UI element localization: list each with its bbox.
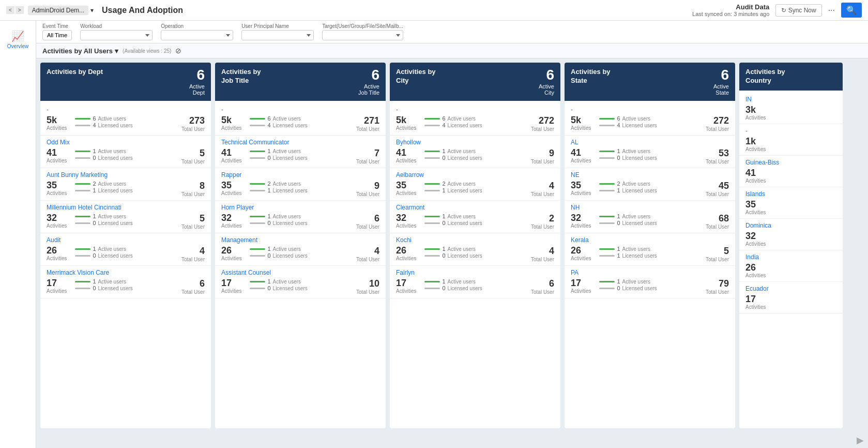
entry-name[interactable]: Audit	[47, 236, 205, 244]
entry-name[interactable]: Dominica	[745, 222, 836, 229]
event-time-button[interactable]: All Time	[42, 30, 72, 40]
activities-label: Activities	[396, 223, 416, 229]
filter-icon-button[interactable]: ⊘	[175, 47, 181, 55]
list-item: Horn Player 32 Activities 1 Active users…	[215, 201, 386, 233]
nav-arrows: < >	[6, 6, 24, 14]
licensed-user-row: 1 Licensed users	[250, 187, 348, 193]
stat-activities-num: 41	[745, 168, 766, 177]
users-block: 2 Active users 1 Licensed users	[599, 181, 697, 193]
activities-num: 41	[571, 148, 591, 157]
licensed-bar	[250, 125, 265, 126]
licensed-user-row: 1 Licensed users	[424, 187, 523, 193]
stat-block: 1k Activities	[745, 137, 766, 152]
total-num: 79	[706, 278, 729, 289]
active-bar	[424, 216, 440, 217]
entry-name[interactable]: Rapper	[221, 171, 379, 178]
more-button[interactable]: ···	[828, 6, 835, 15]
entry-name[interactable]: Millennium Hotel Cincinnati	[47, 204, 205, 211]
licensed-user-row: 0 Licensed users	[599, 155, 697, 161]
users-block: 1 Active users 0 Licensed users	[75, 213, 173, 226]
entry-name[interactable]: Merrimack Vision Care	[47, 269, 205, 276]
workload-group: Workload	[80, 23, 153, 40]
entry-name[interactable]: Odd Mix	[47, 139, 205, 146]
total-num: 7	[356, 148, 379, 159]
entry-name[interactable]: Assistant Counsel	[221, 269, 379, 276]
licensed-users-num: 4	[617, 122, 620, 128]
licensed-bar	[599, 288, 615, 289]
entry-name[interactable]: AL	[571, 139, 729, 146]
activities-block: 41 Activities	[396, 148, 416, 163]
entry-name[interactable]: Ecuador	[745, 285, 836, 292]
active-users-num: 1	[93, 278, 96, 285]
entry-name[interactable]: Aelbarrow	[396, 171, 554, 178]
entry-name[interactable]: Clearmont	[396, 204, 554, 211]
licensed-users-num: 0	[617, 285, 620, 291]
entry-name[interactable]: NH	[571, 204, 729, 211]
active-bar	[599, 183, 615, 185]
target-select[interactable]	[322, 30, 403, 40]
active-users-num: 1	[267, 278, 270, 285]
nav-next[interactable]: >	[16, 6, 24, 14]
card-title-city: Activities by City	[396, 68, 436, 85]
entry-name-dash: -	[221, 106, 379, 113]
active-users-label: Active users	[98, 214, 126, 219]
licensed-bar	[599, 222, 615, 224]
activities-block: 35 Activities	[396, 181, 416, 196]
operation-select[interactable]	[161, 30, 233, 40]
scrollbar-hint: ▶	[36, 432, 868, 448]
users-block: 2 Active users 1 Licensed users	[250, 181, 348, 193]
entry-name[interactable]: Fairlyn	[396, 269, 554, 276]
users-block: 1 Active users 0 Licensed users	[250, 246, 348, 259]
entry-name[interactable]: PA	[571, 269, 729, 276]
nav-prev[interactable]: <	[6, 6, 14, 14]
activities-num: 26	[396, 246, 416, 255]
licensed-users-num: 0	[442, 220, 445, 226]
licensed-users-label: Licensed users	[622, 188, 657, 193]
entry-name[interactable]: Guinea-Biss	[745, 159, 836, 166]
entry-name[interactable]: Byhollow	[396, 139, 554, 146]
card-body-dept: - 5k Activities 6 Active users 4 License…	[40, 101, 211, 428]
activities-block: 5k Activities	[571, 115, 591, 131]
activities-label: Activities	[47, 158, 67, 163]
search-button[interactable]: 🔍	[841, 3, 862, 18]
sidebar-overview[interactable]: 📈 Overview	[7, 26, 29, 53]
activities-num: 32	[396, 213, 416, 222]
entry-name[interactable]: NE	[571, 171, 729, 178]
activities-num: 17	[571, 278, 591, 288]
entry-name-dash: -	[396, 106, 554, 113]
entry-stats: 35 Activities 2 Active users 1 Licensed …	[47, 181, 205, 197]
entry-name[interactable]: Kochi	[396, 236, 554, 244]
breadcrumb-dropdown-icon[interactable]: ▾	[90, 7, 94, 14]
total-label: Total User	[706, 191, 729, 197]
card-header-state: Activities by State6Active State	[565, 63, 735, 101]
active-bar	[599, 248, 615, 250]
entry-name[interactable]: India	[745, 253, 836, 261]
workload-select[interactable]	[80, 30, 153, 40]
entry-name[interactable]: Technical Communicator	[221, 139, 379, 146]
view-selector[interactable]: Activities by All Users ▾	[42, 47, 118, 55]
active-user-row: 1 Active users	[424, 213, 523, 219]
active-user-row: 6 Active users	[599, 115, 697, 122]
total-num: 4	[531, 181, 554, 191]
entry-name[interactable]: Aunt Bunny Marketing	[47, 171, 205, 178]
breadcrumb-admin[interactable]: AdminDroid Dem...	[28, 6, 88, 15]
upn-label: User Principal Name	[241, 23, 314, 29]
entry-name[interactable]: Islands	[745, 190, 836, 198]
entry-name[interactable]: IN	[745, 96, 836, 103]
sync-button[interactable]: ↻ Sync Now	[775, 4, 821, 17]
active-users-label: Active users	[448, 148, 476, 154]
upn-select[interactable]	[241, 30, 314, 40]
activities-block: 26 Activities	[396, 246, 416, 261]
active-users-label: Active users	[98, 116, 126, 122]
licensed-bar	[424, 288, 440, 289]
active-users-num: 1	[93, 148, 96, 154]
entry-name[interactable]: Horn Player	[221, 204, 379, 211]
licensed-users-num: 0	[442, 155, 445, 161]
entry-name[interactable]: Management	[221, 236, 379, 244]
active-user-row: 1 Active users	[75, 148, 173, 154]
active-user-row: 1 Active users	[250, 213, 348, 219]
activities-label: Activities	[571, 223, 591, 229]
entry-stats: 5k Activities 6 Active users 4 Licensed …	[571, 115, 729, 132]
entry-name[interactable]: Kerala	[571, 236, 729, 244]
licensed-user-row: 0 Licensed users	[75, 285, 173, 291]
